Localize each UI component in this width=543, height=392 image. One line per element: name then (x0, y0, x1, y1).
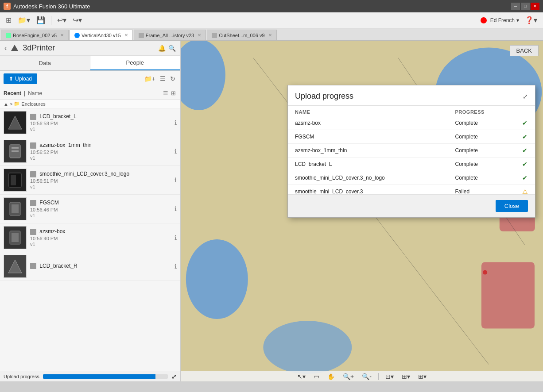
new-folder-button[interactable]: 📁+ (143, 74, 157, 84)
pan-tool-button[interactable]: ✋ (324, 372, 338, 381)
tab-frameall[interactable]: Frame_All ...istory v23 ✕ (134, 30, 206, 40)
progress-bar (43, 374, 168, 379)
dialog-expand-button[interactable]: ⤢ (523, 93, 528, 100)
upload-table-row: smoothie_mini_LCD_cover.3Failed⚠ (288, 185, 535, 195)
svg-rect-8 (12, 204, 19, 213)
upload-progress-label: Upload progress (4, 374, 39, 379)
tab-close-roseengine[interactable]: ✕ (60, 33, 64, 38)
file-info-button[interactable]: ℹ (175, 263, 177, 270)
file-thumbnail (4, 169, 27, 192)
window-controls[interactable]: ─ □ ✕ (511, 3, 539, 10)
toolbar: ⊞ 📁▾ 💾 ↩▾ ↪▾ Ed French ▾ ❓▾ (0, 12, 543, 28)
sidebar-tabs: Data People (0, 56, 180, 71)
toolbar-divider (378, 373, 379, 380)
view-mode-button[interactable]: ⊡▾ (382, 372, 397, 381)
upload-progress-dialog: Upload progress ⤢ NAME PROGRESS azsmz-bo… (287, 85, 535, 218)
grid-view-button[interactable]: ⊞ (4, 15, 14, 26)
file-info: azsmz-box_1mm_thin 10:56:52 PM v1 (30, 142, 171, 161)
maximize-button[interactable]: □ (521, 3, 530, 10)
tab-verticaland30[interactable]: VerticalAnd30 v15 ✕ (70, 30, 133, 40)
back-button[interactable]: BACK (510, 45, 539, 56)
user-menu-button[interactable]: Ed French ▾ (490, 17, 519, 23)
redo-button[interactable]: ↪▾ (70, 15, 84, 26)
close-button[interactable]: ✕ (531, 3, 539, 10)
display-settings-button[interactable]: ⊞▾ (415, 372, 430, 381)
sidebar-tab-people[interactable]: People (90, 56, 181, 70)
check-icon: ✔ (522, 161, 527, 168)
file-name-row: LCD_bracket_L (30, 113, 171, 120)
recent-label: Recent (4, 90, 21, 96)
check-icon: ✔ (522, 147, 527, 154)
list-item[interactable]: FGSCM 10:56:46 PM v1 ℹ (0, 195, 180, 223)
sidebar-search-button[interactable]: 🔍 (168, 45, 176, 52)
zoom-in-button[interactable]: 🔍+ (340, 372, 357, 381)
file-info-button[interactable]: ℹ (175, 119, 177, 126)
tab-close-frameall[interactable]: ✕ (198, 33, 201, 38)
refresh-button[interactable]: ↻ (169, 74, 177, 84)
file-time: 10:56:52 PM (30, 150, 171, 155)
tab-label-cutsheet: CutSheet...m_006 v9 (219, 33, 264, 38)
upload-table-scroll[interactable]: NAME PROGRESS azsmz-boxComplete✔FGSCMCom… (288, 106, 535, 194)
upload-item-name: LCD_bracket_L (288, 158, 448, 171)
sidebar-back-button[interactable]: ‹ (4, 44, 7, 52)
scrollbar-placeholder (515, 106, 535, 116)
file-name: LCD_bracket_R (39, 263, 77, 269)
list-item[interactable]: LCD_bracket_R ℹ (0, 252, 180, 281)
dialog-footer: Close (288, 194, 535, 217)
file-info-button[interactable]: ℹ (175, 234, 177, 241)
folder-button[interactable]: 📁▾ (16, 15, 32, 26)
upload-item-status: Complete (448, 171, 515, 185)
expand-progress-button[interactable]: ⤢ (171, 373, 177, 380)
close-dialog-button[interactable]: Close (496, 200, 528, 212)
grid-button[interactable]: ⊞▾ (399, 372, 413, 381)
tab-close-cutsheet[interactable]: ✕ (268, 33, 272, 38)
list-item[interactable]: azsmz-box_1mm_thin 10:56:52 PM v1 ℹ (0, 137, 180, 166)
upload-item-name: FGSCM (288, 130, 448, 144)
sidebar-recent-bar: Recent | Name ☰ ⊞ (0, 87, 180, 100)
help-button[interactable]: ❓▾ (523, 15, 539, 26)
list-view-button[interactable]: ☰ (159, 74, 167, 84)
file-name: LCD_bracket_L (39, 113, 76, 119)
sidebar-tab-data[interactable]: Data (0, 56, 90, 70)
file-info-button[interactable]: ℹ (175, 177, 177, 184)
list-item[interactable]: LCD_bracket_L 10:56:58 PM v1 ℹ (0, 108, 180, 137)
toolbar-separator-1 (51, 16, 51, 25)
file-type-icon (30, 200, 36, 206)
tab-label-frameall: Frame_All ...istory v23 (146, 33, 194, 38)
tab-roseengine[interactable]: RoseEngine_002 v5 ✕ (1, 30, 69, 40)
undo-button[interactable]: ↩▾ (55, 15, 69, 26)
title-bar: f Autodesk Fusion 360 Ultimate ─ □ ✕ (0, 0, 543, 12)
rectangle-tool-button[interactable]: ▭ (310, 372, 322, 381)
tab-icon-roseengine (6, 33, 11, 38)
upload-item-name: smoothie_mini_LCD_cover.3 (288, 185, 448, 195)
minimize-button[interactable]: ─ (511, 3, 520, 10)
check-icon: ✔ (522, 119, 527, 127)
upload-item-status: Complete (448, 130, 515, 144)
sidebar-alert-button[interactable]: 🔔 (158, 45, 166, 52)
title-left: f Autodesk Fusion 360 Ultimate (4, 3, 90, 10)
file-info-button[interactable]: ℹ (175, 148, 177, 155)
zoom-out-button[interactable]: 🔍- (359, 372, 375, 381)
file-name: smoothie_mini_LCD_cover.3_no_logo (39, 171, 129, 177)
user-name: Ed French (490, 17, 515, 23)
file-version: v1 (30, 127, 171, 132)
file-thumbnail (4, 111, 27, 134)
col-name-header: NAME (288, 106, 448, 116)
grid-toggle-button[interactable]: ⊞ (170, 89, 177, 97)
tab-cutsheet[interactable]: CutSheet...m_006 v9 ✕ (207, 30, 276, 40)
file-info: azsmz-box 10:56:40 PM v1 (30, 228, 171, 247)
file-name-row: FGSCM (30, 200, 171, 206)
select-tool-button[interactable]: ↖▾ (294, 372, 309, 381)
canvas-toolbar: ↖▾ ▭ ✋ 🔍+ 🔍- ⊡▾ ⊞▾ ⊞▾ (181, 371, 543, 381)
list-toggle-button[interactable]: ☰ (162, 89, 169, 97)
bottom-bar: Upload progress ⤢ (0, 371, 180, 381)
tab-close-verticaland30[interactable]: ✕ (124, 33, 128, 38)
toolbar-right: Ed French ▾ ❓▾ (481, 15, 539, 26)
list-item[interactable]: smoothie_mini_LCD_cover.3_no_logo 10:56:… (0, 166, 180, 195)
list-item[interactable]: azsmz-box 10:56:40 PM v1 ℹ (0, 223, 180, 252)
upload-button[interactable]: ⬆ Upload (4, 73, 37, 84)
file-info-button[interactable]: ℹ (175, 205, 177, 212)
file-list: LCD_bracket_L 10:56:58 PM v1 ℹ azsmz-box… (0, 108, 180, 371)
save-button[interactable]: 💾 (34, 15, 47, 26)
name-label: Name (28, 90, 42, 96)
